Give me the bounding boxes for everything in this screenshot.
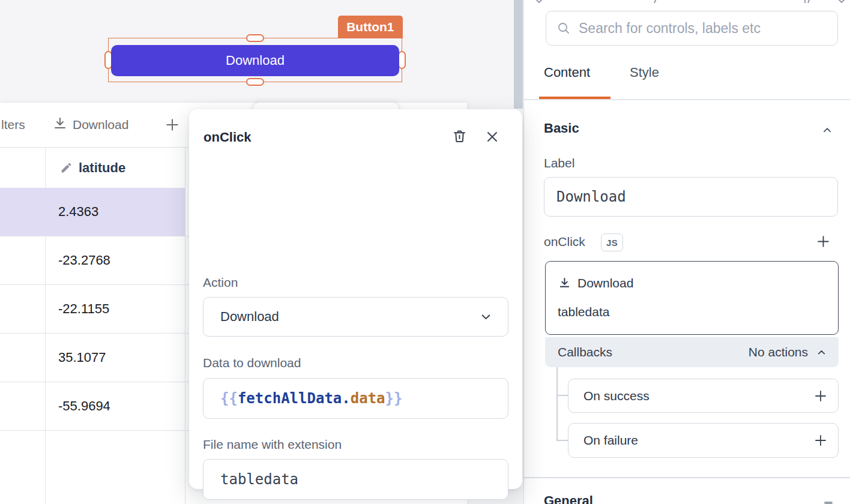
cropped-glyph (837, 0, 846, 4)
resize-handle-bottom[interactable] (246, 78, 264, 86)
callbacks-tree-line (556, 440, 568, 441)
onclick-action-modal: onClick Action Download Data to download… (189, 109, 522, 489)
app-builder-screen: lters Download latitude (0, 0, 850, 504)
modal-title: onClick (203, 130, 251, 145)
divider (524, 477, 850, 478)
cropped-glyph (803, 0, 815, 4)
cell-latitude: -22.1155 (58, 285, 109, 333)
plus-icon (816, 234, 831, 249)
cropped-glyph (534, 0, 544, 4)
plus-icon (164, 117, 180, 133)
callbacks-status: No actions (749, 345, 808, 359)
tab-content[interactable]: Content (544, 65, 590, 80)
callbacks-label: Callbacks (558, 345, 612, 359)
on-success-label: On success (583, 389, 650, 403)
action-value: Download (220, 309, 279, 325)
widget-selection-frame: Button1 Download (108, 38, 402, 82)
download-button-widget[interactable]: Download (111, 45, 399, 76)
download-icon (53, 116, 67, 134)
plus-icon[interactable] (813, 433, 828, 448)
cropped-glyph (653, 0, 660, 4)
action-card-title: Download (577, 276, 633, 290)
on-success-callback[interactable]: On success (568, 379, 839, 413)
label-field-input[interactable]: Download (544, 177, 838, 217)
property-panel: Content Style Basic Label Download onCli… (523, 0, 850, 504)
cropped-glyph (824, 502, 833, 504)
basic-section-heading[interactable]: Basic (544, 121, 579, 136)
cell-latitude: 2.4363 (58, 188, 98, 236)
action-label: Action (203, 275, 238, 290)
data-to-download-label: Data to download (203, 356, 301, 370)
onclick-property-label: onClick (544, 235, 585, 249)
file-name-label: File name with extension (203, 437, 342, 452)
onclick-action-card[interactable]: Download tabledata (545, 261, 839, 335)
on-failure-label: On failure (583, 433, 638, 448)
trash-icon (451, 128, 468, 145)
close-modal-button[interactable] (485, 130, 499, 144)
canvas-scrollbar-thumb[interactable] (514, 0, 523, 109)
add-action-button[interactable] (816, 234, 831, 249)
edit-pencil-icon (60, 161, 73, 174)
file-name-value: tabledata (220, 471, 298, 488)
label-field-value: Download (556, 188, 626, 205)
chevron-up-icon[interactable] (821, 124, 834, 137)
column-header-latitude[interactable]: latitude (60, 160, 125, 176)
download-icon (558, 277, 571, 290)
action-card-subtitle: tabledata (558, 305, 609, 319)
file-name-input[interactable]: tabledata (203, 459, 508, 500)
label-field-label: Label (544, 156, 574, 170)
general-section-heading[interactable]: General (544, 493, 593, 504)
search-input[interactable] (546, 11, 837, 45)
filters-label: lters (1, 118, 25, 132)
callbacks-toggle[interactable]: Callbacks No actions (545, 337, 839, 367)
callbacks-tree-line (556, 395, 568, 396)
chevron-up-icon (815, 346, 828, 359)
property-search (546, 11, 838, 46)
js-toggle-badge[interactable]: JS (601, 233, 623, 251)
add-row-button[interactable] (164, 103, 180, 147)
data-to-download-input[interactable]: {{fetchAllData.data}} (203, 378, 508, 419)
cropped-header-fragments (524, 0, 850, 5)
plus-icon[interactable] (813, 389, 828, 403)
chevron-down-icon (478, 310, 493, 325)
delete-action-button[interactable] (451, 128, 468, 145)
resize-handle-top[interactable] (246, 34, 264, 42)
cell-latitude: 35.1077 (58, 334, 106, 382)
close-icon (485, 130, 499, 144)
filters-button-cropped[interactable]: lters (1, 103, 25, 147)
tab-style[interactable]: Style (630, 65, 659, 80)
table-download-label: Download (73, 118, 128, 132)
cell-latitude: -55.9694 (58, 382, 110, 430)
cell-latitude: -23.2768 (58, 236, 110, 284)
table-download-button[interactable]: Download (53, 103, 128, 147)
action-select[interactable]: Download (203, 297, 508, 337)
column-header-label: latitude (79, 160, 125, 176)
callbacks-tree-line (556, 367, 558, 440)
binding-expression: {{fetchAllData.data}} (220, 390, 402, 407)
action-card-title-row: Download (558, 276, 633, 290)
on-failure-callback[interactable]: On failure (568, 423, 839, 458)
divider (524, 99, 850, 100)
widget-name-tag[interactable]: Button1 (338, 16, 402, 38)
